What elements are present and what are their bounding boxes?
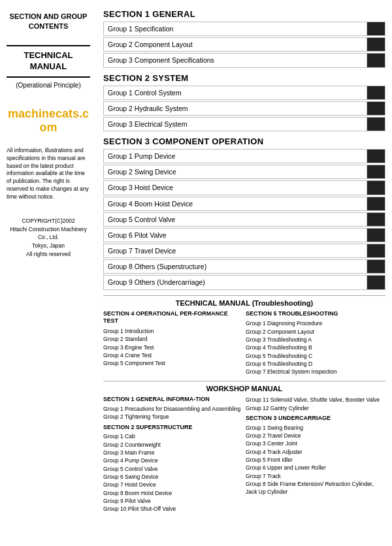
list-item: Group 1 Swing Bearing	[246, 424, 385, 432]
list-item: Group 3 Troubleshooting A	[246, 336, 385, 344]
list-item: Group 4 Track Adjuster	[246, 448, 385, 456]
list-item: Group 7 Track	[246, 472, 385, 480]
table-row: Group 3 Component Specifications	[103, 53, 385, 67]
list-item: Group 7 Electrical System Inspection	[246, 368, 385, 376]
troubleshooting-section: TECHNICAL MANUAL (Troubleshooting) SECTI…	[103, 295, 385, 376]
group-block	[367, 86, 385, 100]
list-item: Group 3 Engine Test	[103, 344, 243, 351]
list-item: Group 4 Crane Test	[103, 351, 243, 359]
group-label: Group 8 Others (Superstructure)	[103, 259, 367, 274]
table-row: Group 8 Others (Superstructure)	[103, 259, 385, 274]
list-item: Group 7 Hoist Device	[103, 481, 243, 489]
list-item: Group 3 Center Joint	[246, 440, 385, 447]
group-label: Group 1 Control System	[103, 86, 367, 100]
table-row: Group 6 Pilot Valve	[103, 228, 385, 242]
list-item: Group 10 Pilot Shut-Off Valve	[103, 505, 243, 513]
workshop-section3-header: SECTION 3 UNDERCARRIAGE	[246, 415, 385, 423]
table-row: Group 2 Hydraulic System	[103, 101, 385, 116]
table-row: Group 5 Control Valve	[103, 212, 385, 227]
group-label: Group 3 Electrical System	[103, 117, 367, 131]
list-item: Group 2 Travel Device	[246, 432, 385, 440]
group-block	[367, 180, 385, 195]
group-block	[367, 149, 385, 163]
group-block	[367, 197, 385, 211]
table-row: Group 2 Component Layout	[103, 37, 385, 52]
workshop-section2-header: SECTION 2 SUPERSTRUCTURE	[103, 424, 243, 432]
list-item: Group 8 Side Frame Extension/ Retraction…	[246, 480, 385, 496]
section1-header: SECTION 1 GENERAL	[103, 9, 385, 19]
group-label: Group 2 Hydraulic System	[103, 101, 367, 116]
group-label: Group 6 Pilot Valve	[103, 228, 367, 242]
list-item: Group 5 Troubleshooting C	[246, 352, 385, 360]
group-block	[367, 101, 385, 116]
list-item: Group 2 Tightening Torque	[103, 413, 243, 421]
group-block	[367, 22, 385, 36]
table-row: Group 1 Specification	[103, 22, 385, 36]
workshop-col-2: Group 11 Solenoid Valve, Shuttle Valve, …	[246, 396, 385, 513]
group-block	[367, 212, 385, 227]
group-block	[367, 275, 385, 289]
list-item: Group 4 Troubleshooting B	[246, 344, 385, 351]
workshop-section: WORKSHOP MANUAL SECTION 1 GENERAL INFORM…	[103, 381, 385, 513]
list-item: Group 5 Front Idler	[246, 456, 385, 464]
group-label: Group 2 Swing Device	[103, 165, 367, 179]
group-label: Group 2 Component Layout	[103, 37, 367, 52]
main-content: SECTION 1 GENERAL Group 1 Specification …	[97, 0, 392, 546]
list-item: Group 1 Cab	[103, 432, 243, 440]
group-label: Group 9 Others (Undercarriage)	[103, 275, 367, 289]
group-label: Group 7 Travel Device	[103, 244, 367, 258]
table-row: Group 2 Swing Device	[103, 165, 385, 179]
disclaimer: All information, illustrations and speci…	[7, 147, 90, 201]
list-item: Group 5 Control Valve	[103, 465, 243, 473]
list-item: Group 5 Component Test	[103, 359, 243, 367]
troubleshooting-col-5: SECTION 5 TROUBLESHOOTING Group 1 Diagno…	[246, 310, 385, 376]
sidebar: SECTION AND GROUP CONTENTS TECHNICAL MAN…	[0, 0, 97, 546]
table-row: Group 3 Hoist Device	[103, 180, 385, 195]
group-label: Group 3 Component Specifications	[103, 53, 367, 67]
table-row: Group 1 Control System	[103, 86, 385, 100]
list-item: Group 2 Component Layout	[246, 328, 385, 336]
workshop-columns: SECTION 1 GENERAL INFORMA-TION Group 1 P…	[103, 396, 385, 513]
group-label: Group 4 Boom Hoist Device	[103, 197, 367, 211]
group-block	[367, 228, 385, 242]
group-block	[367, 244, 385, 258]
troubleshooting-col-4: SECTION 4 OPERATIONAL PER-FORMANCE TEST …	[103, 310, 243, 376]
list-item: Group 1 Precautions for Disassembling an…	[103, 405, 243, 413]
group-block	[367, 117, 385, 131]
group-block	[367, 37, 385, 52]
list-item: Group 6 Swing Device	[103, 473, 243, 481]
group-block	[367, 53, 385, 67]
table-row: Group 3 Electrical System	[103, 117, 385, 131]
copyright: COPYRIGHT(C)2002 Hitachi Construction Ma…	[7, 217, 90, 259]
group-label: Group 1 Pump Device	[103, 149, 367, 163]
manual-subtitle: (Operational Principle)	[16, 82, 81, 89]
table-row: Group 4 Boom Hoist Device	[103, 197, 385, 211]
list-item: Group 1 Introduction	[103, 327, 243, 335]
list-item: Group 2 Counterweight	[103, 441, 243, 449]
table-row: Group 1 Pump Device	[103, 149, 385, 163]
group-label: Group 5 Control Valve	[103, 212, 367, 227]
group-block	[367, 165, 385, 179]
manual-title: TECHNICAL MANUAL	[7, 45, 90, 78]
list-item: Group 8 Boom Hoist Device	[103, 489, 243, 497]
workshop-title: WORKSHOP MANUAL	[103, 385, 385, 393]
table-row: Group 7 Travel Device	[103, 244, 385, 258]
troubleshooting-title: TECHNICAL MANUAL (Troubleshooting)	[103, 299, 385, 307]
list-item: Group 3 Main Frame	[103, 449, 243, 457]
group-label: Group 3 Hoist Device	[103, 180, 367, 195]
watermark: machinecats.com	[7, 107, 90, 135]
group-block	[367, 259, 385, 274]
list-item: Group 4 Pump Device	[103, 457, 243, 464]
list-item: Group 1 Diagnosing Procedure	[246, 319, 385, 327]
table-row: Group 9 Others (Undercarriage)	[103, 275, 385, 289]
list-item: Group 2 Standard	[103, 335, 243, 343]
group-label: Group 1 Specification	[103, 22, 367, 36]
sidebar-section-label: SECTION AND GROUP CONTENTS	[7, 12, 90, 32]
workshop-col-1: SECTION 1 GENERAL INFORMA-TION Group 1 P…	[103, 396, 243, 513]
troubleshooting-columns: SECTION 4 OPERATIONAL PER-FORMANCE TEST …	[103, 310, 385, 376]
workshop-section1-header: SECTION 1 GENERAL INFORMA-TION	[103, 396, 243, 404]
page: SECTION AND GROUP CONTENTS TECHNICAL MAN…	[0, 0, 392, 546]
list-item: Group 11 Solenoid Valve, Shuttle Valve, …	[246, 396, 385, 404]
list-item: Group 6 Upper and Lower Roller	[246, 464, 385, 472]
section4-header: SECTION 4 OPERATIONAL PER-FORMANCE TEST	[103, 310, 243, 325]
